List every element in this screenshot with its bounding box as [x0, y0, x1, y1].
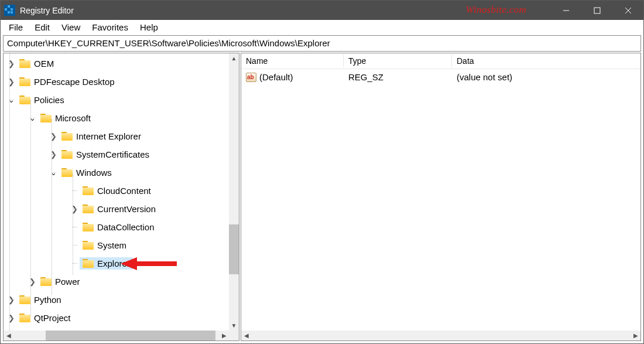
value-data: (value not set) — [457, 72, 512, 82]
scroll-track[interactable] — [13, 331, 219, 340]
folder-icon — [19, 59, 30, 68]
tree-item-label: PDFescape Desktop — [34, 77, 115, 87]
tree-item-label: Windows — [76, 168, 112, 178]
titlebar[interactable]: Registry Editor Winosbite.com — [1, 1, 643, 20]
scroll-thumb[interactable] — [46, 331, 215, 340]
maximize-icon — [594, 7, 601, 14]
window-title: Registry Editor — [20, 6, 74, 15]
menu-view[interactable]: View — [56, 21, 86, 33]
close-icon — [625, 7, 632, 14]
chevron-down-icon[interactable]: ⌄ — [27, 114, 37, 122]
registry-tree[interactable]: ❯ OEM ❯ PDFescape Desktop ⌄ Policies — [4, 53, 229, 331]
watermark-text: Winosbite.com — [465, 4, 526, 16]
tree-item-current-version[interactable]: ❯ CurrentVersion — [4, 200, 229, 218]
folder-icon — [61, 132, 73, 141]
tree-item-cloud-content[interactable]: CloudContent — [4, 182, 229, 200]
folder-icon — [83, 241, 94, 250]
registry-editor-window: Registry Editor Winosbite.com File Edit … — [0, 0, 644, 344]
scroll-track[interactable] — [229, 63, 239, 321]
tree-item-oem[interactable]: ❯ OEM — [4, 55, 229, 73]
minimize-button[interactable] — [550, 1, 581, 20]
col-header-data[interactable]: Data — [452, 55, 640, 67]
folder-icon — [83, 259, 94, 268]
value-type: REG_SZ — [348, 72, 383, 82]
list-header: Name Type Data — [241, 53, 640, 69]
tree-item-data-collection[interactable]: DataCollection — [4, 218, 229, 236]
svg-rect-1 — [594, 8, 600, 13]
tree-item-pdfescape[interactable]: ❯ PDFescape Desktop — [4, 73, 229, 91]
maximize-button[interactable] — [581, 1, 612, 20]
folder-icon — [83, 186, 94, 195]
scroll-down-button[interactable]: ▼ — [229, 321, 239, 331]
values-pane: Name Type Data (Default) REG_SZ — [241, 53, 641, 341]
tree-item-label: Power — [55, 277, 80, 287]
scroll-left-button[interactable]: ◀ — [4, 331, 13, 340]
window-controls — [550, 1, 643, 20]
minimize-icon — [563, 7, 570, 14]
list-horizontal-scrollbar[interactable]: ◀ ▶ — [241, 331, 640, 340]
values-list[interactable]: Name Type Data (Default) REG_SZ — [241, 53, 640, 331]
scroll-thumb[interactable] — [229, 224, 239, 274]
tree-vertical-scrollbar[interactable]: ▲ ▼ — [229, 53, 239, 331]
address-bar[interactable]: Computer\HKEY_CURRENT_USER\Software\Poli… — [3, 35, 641, 52]
tree-item-label: Microsoft — [55, 113, 91, 123]
tree-item-label: OEM — [34, 59, 54, 69]
chevron-down-icon[interactable]: ⌄ — [6, 96, 16, 104]
folder-icon — [40, 277, 52, 286]
col-header-name[interactable]: Name — [241, 55, 344, 67]
scroll-track[interactable] — [251, 331, 631, 340]
scroll-right-button[interactable]: ▶ — [631, 331, 640, 340]
col-header-type[interactable]: Type — [344, 55, 452, 67]
folder-icon — [83, 205, 94, 213]
tree-item-label: CurrentVersion — [97, 204, 156, 214]
tree-item-explorer[interactable]: Explorer — [4, 254, 229, 273]
tree-item-label: DataCollection — [97, 222, 155, 232]
tree-item-microsoft[interactable]: ⌄ Microsoft — [4, 109, 229, 127]
tree-item-power[interactable]: ❯ Power — [4, 273, 229, 291]
menu-favorites[interactable]: Favorites — [86, 21, 134, 33]
menu-file[interactable]: File — [3, 21, 29, 33]
list-row[interactable]: (Default) REG_SZ (value not set) — [241, 69, 640, 85]
folder-icon — [61, 168, 73, 177]
string-value-icon — [246, 73, 256, 82]
tree-item-label: CloudContent — [97, 186, 151, 196]
value-name: (Default) — [259, 72, 293, 82]
tree-pane: ❯ OEM ❯ PDFescape Desktop ⌄ Policies — [3, 53, 239, 341]
tree-item-windows[interactable]: ⌄ Windows — [4, 164, 229, 182]
regedit-icon — [4, 5, 15, 16]
tree-item-internet-explorer[interactable]: ❯ Internet Explorer — [4, 127, 229, 145]
tree-item-label: QtProject — [34, 313, 71, 323]
tree-item-python[interactable]: ❯ Python — [4, 291, 229, 309]
close-button[interactable] — [612, 1, 643, 20]
body-panes: ❯ OEM ❯ PDFescape Desktop ⌄ Policies — [3, 53, 641, 341]
menu-edit[interactable]: Edit — [29, 21, 56, 33]
folder-icon — [40, 114, 52, 122]
folder-icon — [19, 314, 30, 322]
list-rows: (Default) REG_SZ (value not set) — [241, 69, 640, 85]
tree-item-qtproject[interactable]: ❯ QtProject — [4, 309, 229, 327]
folder-icon — [19, 96, 30, 104]
scroll-corner — [229, 331, 239, 340]
tree-item-system[interactable]: System — [4, 236, 229, 254]
chevron-down-icon[interactable]: ⌄ — [48, 168, 59, 177]
tree-item-label: Python — [34, 295, 61, 305]
tree-item-label: Policies — [34, 95, 64, 105]
tree-item-label: SystemCertificates — [76, 149, 149, 159]
folder-icon — [61, 150, 73, 159]
folder-icon — [83, 223, 94, 231]
scroll-up-button[interactable]: ▲ — [229, 53, 239, 63]
tree-item-label: System — [97, 240, 126, 250]
tree-item-label: Explorer — [97, 258, 130, 268]
folder-icon — [19, 295, 30, 304]
tree-item-label: Internet Explorer — [76, 131, 141, 141]
menubar: File Edit View Favorites Help — [1, 20, 643, 35]
tree-item-system-certificates[interactable]: ❯ SystemCertificates — [4, 145, 229, 164]
tree-horizontal-scrollbar[interactable]: ◀ ▶ — [4, 331, 239, 340]
scroll-right-button[interactable]: ▶ — [219, 331, 229, 340]
tree-item-policies[interactable]: ⌄ Policies — [4, 91, 229, 109]
menu-help[interactable]: Help — [134, 21, 164, 33]
scroll-left-button[interactable]: ◀ — [241, 331, 251, 340]
folder-icon — [19, 77, 30, 86]
